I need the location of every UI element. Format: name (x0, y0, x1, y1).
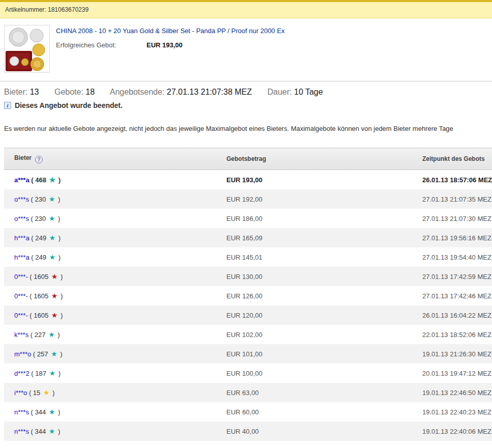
feedback-count: ( 257 (31, 350, 50, 358)
header-bidder: Bieter? (4, 148, 216, 170)
bid-time: 20.01.13 19:47:12 MEZ (412, 363, 492, 383)
winning-bid-label: Erfolgreiches Gebot: (56, 41, 147, 49)
bid-amount: EUR 63,00 (216, 383, 412, 402)
feedback-star-icon: ★ (49, 427, 55, 435)
stat-bidders: Bieter: 13 (4, 88, 39, 96)
feedback-count: ( 15 (27, 389, 42, 397)
feedback-star-icon: ★ (49, 195, 55, 203)
feedback-count: ( 187 (30, 370, 48, 377)
feedback-star-icon: ★ (49, 214, 55, 222)
bid-history-table: Bieter? Gebotsbetrag Zeitpunkt des Gebot… (4, 148, 492, 448)
stat-label: Angebotsende: (110, 88, 165, 96)
stat-duration: Dauer: 10 Tage (268, 88, 323, 96)
header-bidder-label: Bieter (14, 154, 32, 161)
bid-time: 19.01.13 22:46:50 MEZ (412, 383, 492, 402)
feedback-count: ( 230 (29, 215, 48, 222)
bidder-link[interactable]: h***a (14, 254, 30, 261)
feedback-star-icon: ★ (51, 272, 58, 281)
feedback-count: ( 227 (28, 331, 47, 339)
bidder-link[interactable]: h***a (14, 234, 30, 242)
bid-time: 22.01.13 18:52:06 MEZ (412, 325, 492, 344)
table-header-row: Bieter? Gebotsbetrag Zeitpunkt des Gebot… (4, 148, 492, 170)
bidder-link[interactable]: i***o (14, 389, 27, 397)
bidder-link[interactable]: o***s (14, 215, 29, 222)
bidder-link[interactable]: m***o (14, 350, 31, 358)
bidder-link[interactable]: 0***- (14, 292, 28, 300)
feedback-count: ( 1605 (28, 292, 50, 300)
bid-row: h***a ( 249 ★ )EUR 145,0127.01.13 19:54:… (4, 247, 492, 267)
bid-row: o***s ( 230 ★ )EUR 192,0027.01.13 21:07:… (4, 189, 492, 209)
item-image[interactable] (4, 25, 50, 73)
bidder-link[interactable]: o***s (14, 195, 29, 203)
header-amount: Gebotsbetrag (216, 148, 412, 170)
bid-amount: EUR 165,09 (216, 228, 412, 247)
bidder-cell: o***s ( 230 ★ ) (4, 189, 216, 209)
auction-stats: Bieter: 13 Gebote: 18 Angebotsende: 27.0… (0, 81, 492, 97)
bidder-link[interactable]: n***s (14, 428, 29, 435)
bid-amount: EUR 102,00 (216, 325, 412, 344)
bid-row: m***o ( 257 ★ )EUR 101,0019.01.13 21:26:… (4, 344, 492, 363)
bidder-cell: 0***- ( 1605 ★ ) (4, 267, 216, 286)
bid-time: 19.01.13 21:26:30 MEZ (412, 344, 492, 363)
bid-amount: EUR 193,00 (216, 170, 412, 190)
help-icon[interactable]: ? (35, 156, 43, 163)
bidder-cell: o***s ( 230 ★ ) (4, 209, 216, 228)
stat-label: Dauer: (268, 88, 292, 96)
bidder-link[interactable]: a***a (14, 176, 30, 184)
bid-amount: EUR 60,00 (216, 402, 412, 422)
bid-time: 26.01.13 16:04:22 MEZ (412, 305, 492, 325)
bid-time: 27.01.13 19:54:40 MEZ (412, 247, 492, 267)
bid-amount: EUR 100,00 (216, 363, 412, 383)
ended-notice: i Dieses Angebot wurde beendet. (0, 97, 492, 109)
feedback-count: ( 1605 (28, 312, 50, 319)
bid-row: h***a ( 249 ★ )EUR 165,0927.01.13 19:56:… (4, 228, 492, 247)
feedback-count-close: ) (56, 176, 61, 184)
feedback-star-icon: ★ (49, 176, 56, 184)
feedback-star-icon: ★ (51, 350, 57, 358)
bid-row: n***s ( 344 ★ )EUR 60,0019.01.13 22:40:2… (4, 402, 492, 422)
bid-time: 18.01.13 20:59:57 MEZ (412, 441, 492, 448)
bid-amount: EUR 25,00 (216, 441, 412, 448)
feedback-star-icon: ★ (51, 292, 58, 300)
feedback-count-close: ) (56, 234, 61, 242)
feedback-star-icon: ★ (49, 253, 56, 261)
feedback-star-icon: ★ (43, 388, 50, 397)
feedback-count-close: ) (59, 350, 63, 358)
winning-bid-line: Erfolgreiches Gebot:EUR 193,00 (56, 41, 284, 49)
bid-row: n***s ( 344 ★ )EUR 40,0019.01.13 22:40:0… (4, 422, 492, 441)
bid-table-body: a***a ( 468 ★ )EUR 193,0026.01.13 18:57:… (4, 170, 492, 448)
feedback-count-close: ) (56, 408, 60, 416)
bidder-link[interactable]: k***s (14, 331, 28, 339)
header-time: Zeitpunkt des Gebots (412, 148, 492, 170)
bid-row: i***o ( 15 ★ )EUR 63,0019.01.13 22:46:50… (4, 383, 492, 402)
bid-time: 19.01.13 22:40:06 MEZ (412, 422, 492, 441)
feedback-star-icon: ★ (51, 311, 58, 319)
feedback-count-close: ) (59, 312, 63, 319)
bidder-link[interactable]: d***2 (14, 370, 30, 377)
bidder-link[interactable]: n***s (14, 408, 29, 416)
bid-row: a***e ( 1649 ★ )EUR 25,0018.01.13 20:59:… (4, 441, 492, 448)
bidder-cell: m***o ( 257 ★ ) (4, 344, 216, 363)
feedback-count: ( 1605 (28, 273, 50, 281)
bidder-cell: n***s ( 344 ★ ) (4, 402, 216, 422)
stat-label: Gebote: (54, 88, 83, 96)
feedback-count-close: ) (56, 254, 61, 261)
bid-amount: EUR 130,00 (216, 267, 412, 286)
bid-time: 27.01.13 17:42:46 MEZ (412, 286, 492, 305)
item-info: CHINA 2008 - 10 + 20 Yuan Gold & Silber … (56, 25, 284, 73)
bidder-cell: d***2 ( 187 ★ ) (4, 363, 216, 383)
bidder-cell: i***o ( 15 ★ ) (4, 383, 216, 402)
feedback-count: ( 344 (29, 408, 48, 416)
bidder-link[interactable]: 0***- (14, 312, 28, 319)
explanation-text: Es werden nur aktuelle Gebote angezeigt,… (4, 125, 492, 132)
feedback-star-icon: ★ (49, 369, 56, 377)
bidder-link[interactable]: 0***- (14, 273, 28, 281)
bid-amount: EUR 120,00 (216, 305, 412, 325)
stat-value: 27.01.13 21:07:38 MEZ (167, 88, 252, 96)
bidder-cell: k***s ( 227 ★ ) (4, 325, 216, 344)
feedback-count-close: ) (59, 273, 63, 281)
bidder-cell: a***e ( 1649 ★ ) (4, 441, 216, 448)
stat-label: Bieter: (4, 88, 27, 96)
feedback-star-icon: ★ (49, 234, 56, 242)
item-title-link[interactable]: CHINA 2008 - 10 + 20 Yuan Gold & Silber … (56, 27, 284, 35)
